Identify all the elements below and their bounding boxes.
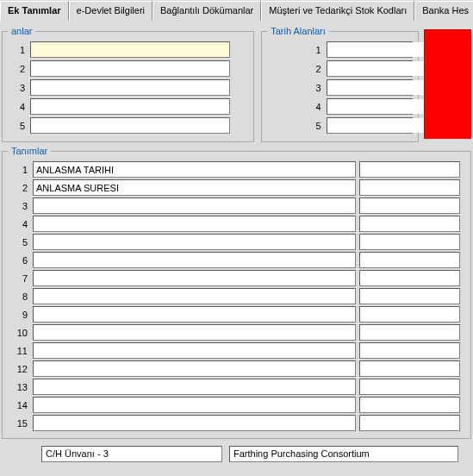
row-num: 11 — [8, 346, 28, 356]
def-3-key[interactable] — [33, 197, 356, 214]
footer-value: Farthing Purchasing Consortium — [229, 446, 458, 462]
def-6-key[interactable] — [33, 252, 356, 268]
red-indicator-panel — [424, 29, 471, 139]
def-7-key[interactable] — [33, 270, 356, 286]
def-6-val[interactable] — [359, 252, 460, 268]
row-num: 9 — [8, 310, 28, 320]
group-definitions: Tanımlar 1 2 3 4 5 6 7 8 9 10 11 12 13 1… — [2, 146, 471, 439]
def-13-val[interactable] — [359, 379, 460, 395]
row-num: 8 — [8, 291, 28, 302]
row-num: 7 — [8, 273, 28, 284]
def-8-key[interactable] — [33, 288, 356, 304]
def-15-val[interactable] — [359, 415, 460, 431]
tab-bar: Ek Tanımlar e-Devlet Bilgileri Bağlantıl… — [0, 0, 473, 21]
field-1-input[interactable] — [30, 41, 230, 58]
def-14-key[interactable] — [33, 397, 356, 413]
def-12-val[interactable] — [359, 360, 460, 377]
footer-bar: C/H Ünvanı - 3 Farthing Purchasing Conso… — [0, 442, 473, 462]
def-7-val[interactable] — [359, 270, 460, 286]
row-num: 4 — [8, 219, 28, 229]
tab-ek-tanimlar[interactable]: Ek Tanımlar — [0, 1, 69, 21]
def-4-key[interactable] — [33, 216, 356, 232]
field-5-input[interactable] — [30, 117, 230, 134]
footer-label: C/H Ünvanı - 3 — [41, 446, 222, 462]
def-10-val[interactable] — [359, 324, 460, 341]
def-3-val[interactable] — [359, 197, 460, 214]
tab-edevlet[interactable]: e-Devlet Bilgileri — [69, 1, 152, 21]
row-num: 4 — [304, 102, 321, 112]
def-9-val[interactable] — [359, 306, 460, 323]
row-num: 2 — [8, 183, 28, 193]
date-5-combo[interactable] — [327, 117, 413, 134]
date-2-combo[interactable] — [327, 60, 413, 77]
def-15-key[interactable] — [33, 415, 356, 431]
group-fields-left-legend: anlar — [8, 26, 35, 36]
def-10-key[interactable] — [33, 324, 356, 341]
row-num: 1 — [8, 165, 28, 175]
tab-banka[interactable]: Banka Hes — [414, 1, 473, 21]
def-13-key[interactable] — [33, 379, 356, 395]
row-num: 6 — [8, 255, 28, 266]
date-1-combo[interactable] — [327, 41, 413, 58]
def-9-key[interactable] — [33, 306, 356, 323]
tab-musteri-tedarikci[interactable]: Müşteri ve Tedarikçi Stok Kodları — [261, 1, 414, 21]
row-num: 2 — [304, 64, 321, 74]
date-4-combo[interactable] — [327, 98, 413, 115]
group-date-fields-legend: Tarih Alanları — [267, 26, 329, 36]
def-2-key[interactable] — [33, 179, 356, 196]
row-num: 1 — [8, 45, 25, 55]
row-num: 10 — [8, 328, 28, 338]
def-5-key[interactable] — [33, 234, 356, 250]
field-4-input[interactable] — [30, 98, 230, 115]
row-num: 13 — [8, 382, 28, 392]
def-14-val[interactable] — [359, 397, 460, 413]
def-5-val[interactable] — [359, 234, 460, 250]
def-8-val[interactable] — [359, 288, 460, 304]
row-num: 3 — [304, 83, 321, 93]
def-4-val[interactable] — [359, 216, 460, 232]
row-num: 2 — [8, 64, 25, 74]
row-num: 3 — [8, 201, 28, 211]
def-11-val[interactable] — [359, 342, 460, 359]
row-num: 1 — [304, 45, 321, 55]
def-2-val[interactable] — [359, 179, 460, 196]
row-num: 12 — [8, 364, 28, 374]
row-num: 4 — [8, 102, 25, 112]
row-num: 5 — [8, 121, 25, 131]
field-2-input[interactable] — [30, 60, 230, 77]
tab-baglantili[interactable]: Bağlantılı Dökümanlar — [152, 1, 261, 21]
def-1-key[interactable] — [33, 161, 356, 178]
def-1-val[interactable] — [359, 161, 460, 178]
group-definitions-legend: Tanımlar — [8, 146, 51, 156]
def-11-key[interactable] — [33, 342, 356, 359]
group-fields-left: anlar 1 2 3 4 5 — [2, 26, 254, 142]
row-num: 3 — [8, 83, 25, 93]
def-12-key[interactable] — [33, 360, 356, 377]
date-3-combo[interactable] — [327, 79, 413, 96]
field-3-input[interactable] — [30, 79, 230, 96]
group-date-fields: Tarih Alanları 1 2 3 4 5 — [261, 26, 418, 142]
row-num: 15 — [8, 418, 28, 429]
row-num: 5 — [304, 121, 321, 131]
row-num: 5 — [8, 237, 28, 247]
row-num: 14 — [8, 400, 28, 410]
